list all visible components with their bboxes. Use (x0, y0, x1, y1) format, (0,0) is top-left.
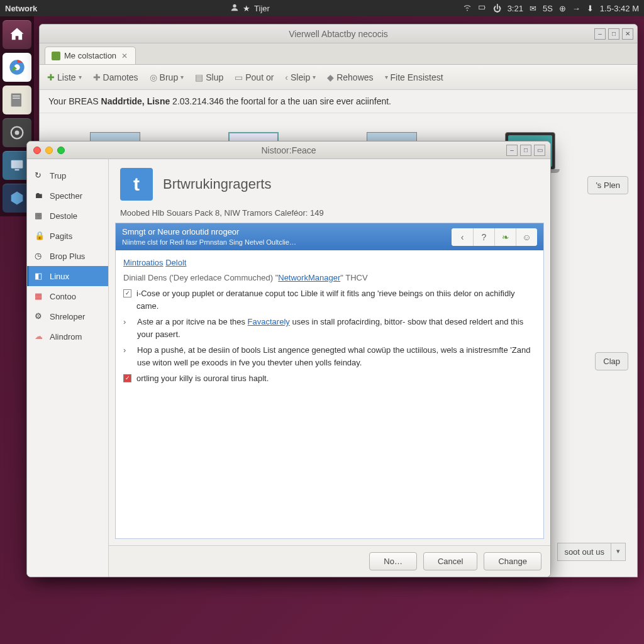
traffic-close[interactable] (33, 147, 41, 154)
calendar-icon: ▦ (35, 211, 45, 221)
traffic-minimize[interactable] (45, 147, 53, 154)
topbar-left-label: Network (5, 4, 37, 13)
body-text-3: Hop a pushé, at be desiin of bools List … (137, 344, 536, 369)
bullet-icon: › (123, 316, 132, 340)
header-leaf-button[interactable]: ❧ (494, 228, 516, 246)
topbar-mail-count: 5S (543, 4, 553, 13)
topbar-user[interactable]: Tijer (254, 4, 270, 13)
toolbar-fite[interactable]: ▾ Fite Ensistest (385, 72, 443, 82)
svg-rect-7 (13, 98, 20, 99)
dialog-min-button[interactable]: – (506, 145, 518, 156)
no-button[interactable]: No… (369, 552, 417, 570)
toolbar-sleip[interactable]: ‹ Sleip ▾ (285, 72, 316, 82)
link-mintroatios[interactable]: Mintroatios (123, 258, 164, 267)
clock-icon: ◷ (35, 251, 45, 261)
toolbar-poutor[interactable]: ▭ Pout or (235, 72, 274, 82)
toolbar-rehowes[interactable]: ◆ Rehowes (327, 72, 373, 82)
arrow-icon[interactable]: → (572, 4, 580, 13)
browser-tab[interactable]: Me colstaction ✕ (45, 47, 136, 64)
sidebar-item-contoo[interactable]: ▦Contoo (27, 286, 108, 306)
toolbar-liste[interactable]: ✚ Liste ▾ (47, 72, 82, 82)
maximize-button[interactable]: □ (608, 28, 619, 40)
app-icon: t (120, 168, 153, 201)
topbar-extra: 1.5-3:42 M (600, 4, 639, 13)
link-favactarely[interactable]: Favactarely (248, 317, 290, 326)
tab-strip: Me colstaction ✕ (40, 43, 637, 65)
dialog-close-button[interactable]: ▭ (534, 145, 545, 156)
svg-point-9 (15, 131, 19, 135)
mail-icon[interactable]: ✉ (530, 4, 536, 13)
cancel-button[interactable]: Cancel (423, 552, 477, 570)
body-text-1: i-Cose or youp puplet or deratanue coput… (136, 287, 536, 312)
sidebar-item-trup[interactable]: ↻Trup (27, 165, 108, 186)
launcher-browser[interactable] (3, 53, 31, 82)
wifi-icon[interactable] (463, 3, 472, 14)
sidebar-item-brop-plus[interactable]: ◷Brop Plus (27, 246, 108, 266)
tab-close-icon[interactable]: ✕ (120, 52, 129, 60)
toolbar-damotes[interactable]: ✚ Damotes (93, 72, 138, 82)
tab-favicon (52, 52, 60, 60)
clap-button[interactable]: Clap (595, 352, 628, 370)
bullet-icon: › (123, 344, 132, 369)
topbar-indicators: ⏻ 3:21 ✉ 5S ⊕ → ⬇ 1.5-3:42 M (463, 3, 639, 14)
svg-rect-10 (11, 160, 23, 169)
sidebar-item-linux[interactable]: ◧Linux (27, 266, 108, 286)
dialog-main-panel: t Brtwrukingragerts Moobed Hlb Souars Pa… (109, 159, 550, 577)
dialog-titlebar[interactable]: Nistoor:Feace – □ ▭ (27, 142, 550, 159)
body-text-4: ortling your killy is ouroral tirus hapl… (136, 372, 269, 385)
sidebar-item-alindrom[interactable]: ☁Alindrom (27, 326, 108, 347)
svg-rect-5 (11, 94, 21, 107)
content-list-frame: Smngt or Neure orloutid nrogeor Niintme … (115, 223, 544, 539)
link-networkmanager[interactable]: NetworkManager (278, 273, 340, 282)
preferences-dialog: Nistoor:Feace – □ ▭ ↻Trup 🖿Specther ▦Des… (26, 141, 551, 577)
header-chat-button[interactable]: ☺ (516, 228, 537, 246)
minimize-button[interactable]: – (594, 28, 606, 40)
header-help-button[interactable]: ? (473, 228, 494, 246)
svg-point-0 (233, 4, 236, 7)
svg-rect-11 (15, 169, 19, 170)
body-text-2: Aste ar a por itcive na be thes Favactar… (137, 316, 536, 340)
launcher-home[interactable] (3, 20, 31, 49)
dialog-max-button[interactable]: □ (520, 145, 531, 156)
list-header: Smngt or Neure orloutid nrogeor Niintme … (116, 223, 543, 250)
tab-label: Me colstaction (64, 51, 116, 60)
toolbar-brup[interactable]: ◎ Brup ▾ (150, 72, 184, 82)
checkbox-1[interactable]: ✓ (123, 289, 131, 297)
briefcase-icon: 🖿 (35, 191, 45, 201)
battery-icon[interactable] (478, 3, 487, 14)
power-icon[interactable]: ⏻ (493, 4, 501, 13)
sootout-button[interactable]: soot out us (557, 543, 611, 561)
user-icon (230, 3, 239, 14)
link-delolt[interactable]: Delolt (165, 258, 186, 267)
sootout-combo: soot out us ▾ (557, 543, 626, 561)
sootout-dropdown[interactable]: ▾ (611, 543, 626, 561)
sidebar-item-destole[interactable]: ▦Destole (27, 206, 108, 226)
download-icon[interactable]: ⬇ (587, 4, 594, 13)
close-button[interactable]: ✕ (622, 28, 633, 40)
top-menu-bar: Network ★ Tijer ⏻ 3:21 ✉ 5S ⊕ → ⬇ 1.5-3:… (0, 0, 644, 16)
sync-icon[interactable]: ⊕ (559, 4, 566, 13)
sidebar-item-specther[interactable]: 🖿Specther (27, 186, 108, 206)
linux-icon: ◧ (35, 271, 45, 281)
launcher-files[interactable] (3, 86, 31, 114)
main-window-titlebar[interactable]: Vierwell Abtactby necocis – □ ✕ (40, 25, 637, 43)
refresh-icon: ↻ (35, 170, 45, 180)
svg-rect-6 (13, 96, 20, 96)
splen-button[interactable]: 's Plen (587, 176, 628, 194)
sidebar-item-pagits[interactable]: 🔒Pagits (27, 226, 108, 246)
list-header-subtitle: Niintme clst for Redi fasr Prnnstan Sing… (122, 238, 296, 247)
dialog-footer: No… Cancel Change (109, 545, 550, 577)
dev-icon: ⚙ (35, 311, 45, 321)
star-icon: ★ (243, 4, 250, 13)
lock-icon: 🔒 (35, 231, 45, 241)
dialog-sidebar: ↻Trup 🖿Specther ▦Destole 🔒Pagits ◷Brop P… (27, 159, 109, 577)
topbar-time[interactable]: 3:21 (508, 4, 523, 13)
change-button[interactable]: Change (484, 552, 541, 570)
checkbox-2[interactable]: ✓ (123, 374, 131, 382)
traffic-zoom[interactable] (57, 147, 65, 154)
info-banner: Your BREAS Naddrtide, Lisne 2.03.214.346… (40, 90, 637, 113)
sidebar-item-shreloper[interactable]: ⚙Shreloper (27, 306, 108, 326)
header-back-button[interactable]: ‹ (452, 228, 473, 246)
list-content: Mintroatios Delolt Diniall Dens ('Dey er… (116, 250, 543, 395)
toolbar-slup[interactable]: ▤ Slup (195, 72, 223, 82)
